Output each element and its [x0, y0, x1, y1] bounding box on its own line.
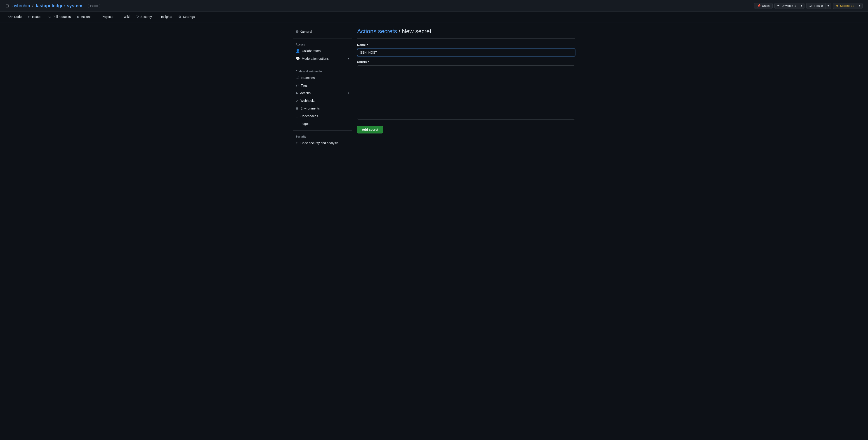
fork-dropdown-button[interactable]: ▾	[826, 3, 831, 9]
tab-insights[interactable]: ⌇ Insights	[156, 12, 175, 22]
sidebar-actions-icon: ▶	[296, 91, 298, 95]
unwatch-button[interactable]: 👁 Unwatch 1	[774, 3, 799, 9]
pages-icon: ⊡	[296, 122, 299, 126]
fork-icon: ⎇	[809, 4, 813, 7]
unwatch-label: Unwatch	[782, 4, 793, 7]
code-security-icon: ⊙	[296, 141, 299, 145]
unwatch-dropdown-button[interactable]: ▾	[799, 3, 804, 9]
sidebar-item-branches[interactable]: ⎇ Branches	[293, 74, 352, 82]
tab-projects[interactable]: ⊞ Projects	[95, 12, 116, 22]
sidebar-divider-1	[293, 38, 352, 38]
tab-wiki[interactable]: ⊟ Wiki	[117, 12, 132, 22]
actions-chevron-icon: ▾	[348, 91, 349, 94]
tab-code[interactable]: </> Code	[5, 12, 24, 22]
repo-title: aybruhm / fastapi-ledger-system	[12, 3, 82, 8]
page-layout: ⚙ General Access 👤 Collaborators 💬 Moder…	[289, 22, 579, 152]
sidebar-moderation-label: Moderation options	[302, 57, 329, 60]
security-icon: 🛡	[136, 15, 139, 19]
header: ⊟ aybruhm / fastapi-ledger-system Public…	[0, 0, 868, 12]
sidebar-item-moderation-options[interactable]: 💬 Moderation options ▾	[293, 55, 352, 62]
starred-count: 12	[851, 4, 854, 7]
sidebar-divider-3	[293, 130, 352, 130]
secret-label: Secret *	[357, 60, 575, 64]
unpin-label: Unpin	[762, 4, 770, 7]
sidebar-section-security: Security	[293, 133, 352, 139]
fork-group: ⎇ Fork 0 ▾	[806, 3, 831, 9]
tab-projects-label: Projects	[102, 15, 113, 19]
tab-insights-label: Insights	[161, 15, 172, 19]
tab-settings[interactable]: ⚙ Settings	[176, 12, 198, 22]
header-actions: 📌 Unpin 👁 Unwatch 1 ▾ ⎇ Fork 0 ▾	[754, 3, 863, 9]
sidebar-item-actions[interactable]: ▶ Actions ▾	[293, 89, 352, 97]
starred-chevron-icon: ▾	[859, 4, 861, 7]
tab-actions[interactable]: ▶ Actions	[74, 12, 94, 22]
tab-issues-label: Issues	[32, 15, 41, 19]
moderation-chevron-icon: ▾	[348, 57, 349, 60]
tab-security-label: Security	[141, 15, 152, 19]
tab-security[interactable]: 🛡 Security	[133, 12, 155, 22]
sidebar-pages-label: Pages	[301, 122, 309, 125]
unpin-button[interactable]: 📌 Unpin	[754, 3, 773, 9]
starred-dropdown-button[interactable]: ▾	[857, 3, 863, 9]
webhooks-icon: ↗	[296, 99, 299, 103]
sidebar-item-codespaces[interactable]: ⊟ Codespaces	[293, 112, 352, 120]
fork-button[interactable]: ⎇ Fork 0	[806, 3, 826, 9]
sidebar: ⚙ General Access 👤 Collaborators 💬 Moder…	[293, 28, 352, 147]
starred-group: ★ Starred 12 ▾	[833, 3, 863, 9]
main-content: Actions secrets / New secret Name * Secr…	[357, 28, 575, 147]
sidebar-environments-label: Environments	[301, 107, 320, 110]
sidebar-webhooks-label: Webhooks	[301, 99, 315, 102]
breadcrumb-actions-secrets-link[interactable]: Actions secrets	[357, 28, 397, 35]
eye-icon: 👁	[777, 4, 780, 7]
moderation-icon: 💬	[296, 57, 300, 61]
starred-button[interactable]: ★ Starred 12	[833, 3, 857, 9]
repo-separator: /	[32, 3, 33, 8]
tags-icon: 🏷	[296, 84, 299, 87]
general-icon: ⚙	[296, 30, 299, 34]
fork-count: 0	[821, 4, 823, 7]
pull-requests-icon: ⌥	[48, 15, 51, 19]
page-title: Actions secrets / New secret	[357, 28, 575, 35]
wiki-icon: ⊟	[120, 15, 122, 19]
sidebar-item-webhooks[interactable]: ↗ Webhooks	[293, 97, 352, 105]
tab-settings-label: Settings	[183, 15, 195, 19]
sidebar-divider-2	[293, 65, 352, 65]
code-icon: </>	[8, 15, 13, 19]
unwatch-chevron-icon: ▾	[801, 4, 802, 7]
sidebar-item-pages[interactable]: ⊡ Pages	[293, 120, 352, 127]
tab-wiki-label: Wiki	[124, 15, 129, 19]
tab-issues[interactable]: ⊙ Issues	[25, 12, 44, 22]
sidebar-item-code-security[interactable]: ⊙ Code security and analysis	[293, 139, 352, 147]
repo-name-link[interactable]: fastapi-ledger-system	[36, 3, 83, 8]
sidebar-item-general[interactable]: ⚙ General	[293, 28, 352, 35]
actions-icon: ▶	[77, 15, 80, 19]
sidebar-branches-label: Branches	[301, 76, 315, 80]
name-input[interactable]	[357, 49, 575, 56]
sidebar-collaborators-label: Collaborators	[302, 49, 320, 53]
insights-icon: ⌇	[158, 15, 160, 19]
public-badge: Public	[88, 4, 100, 8]
collaborators-icon: 👤	[296, 49, 300, 53]
sidebar-general-label: General	[301, 30, 312, 33]
sidebar-tags-label: Tags	[301, 84, 308, 87]
tab-pull-requests[interactable]: ⌥ Pull requests	[45, 12, 73, 22]
branches-icon: ⎇	[296, 76, 300, 80]
nav-tabs: </> Code ⊙ Issues ⌥ Pull requests ▶ Acti…	[0, 12, 868, 22]
secret-textarea[interactable]	[357, 65, 575, 120]
sidebar-item-environments[interactable]: ⊞ Environments	[293, 105, 352, 112]
starred-label: Starred	[840, 4, 850, 7]
sidebar-item-tags[interactable]: 🏷 Tags	[293, 82, 352, 89]
repo-icon: ⊟	[5, 3, 9, 8]
name-form-group: Name *	[357, 43, 575, 56]
sidebar-section-code-automation: Code and automation	[293, 68, 352, 74]
name-label: Name *	[357, 43, 575, 47]
repo-owner-link[interactable]: aybruhm	[12, 3, 30, 8]
secret-form-group: Secret *	[357, 60, 575, 120]
breadcrumb-separator: / New secret	[399, 28, 432, 35]
sidebar-code-security-label: Code security and analysis	[301, 141, 338, 145]
sidebar-actions-label: Actions	[300, 91, 311, 95]
tab-code-label: Code	[14, 15, 22, 19]
add-secret-button[interactable]: Add secret	[357, 126, 383, 134]
sidebar-codespaces-label: Codespaces	[301, 114, 318, 118]
sidebar-item-collaborators[interactable]: 👤 Collaborators	[293, 47, 352, 55]
